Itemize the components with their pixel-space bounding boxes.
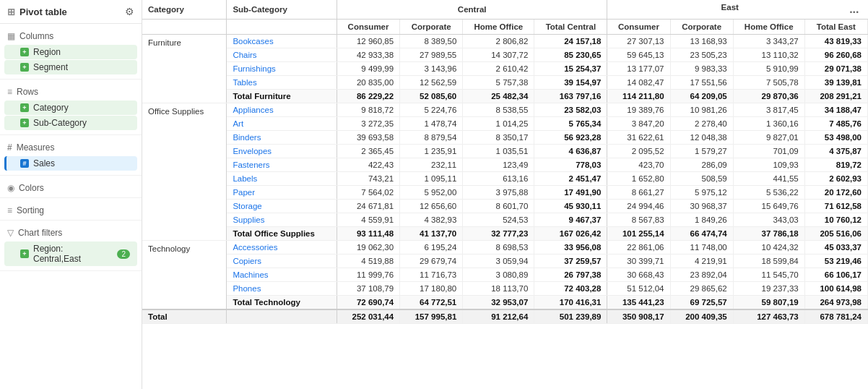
category-cell: Office Supplies	[142, 103, 227, 241]
num-cell: 37 108,79	[337, 282, 399, 296]
subcategory-cell[interactable]: Phones	[227, 282, 337, 296]
table-row: Chairs42 933,3827 989,5514 307,7285 230,…	[142, 48, 868, 62]
sidebar-item-category[interactable]: + Category	[4, 101, 137, 115]
category-icon: +	[20, 103, 29, 112]
num-cell: 8 698,53	[463, 241, 534, 255]
gear-icon[interactable]: ⚙	[125, 6, 134, 17]
num-cell: 9 818,72	[337, 103, 399, 117]
subcategory-cell[interactable]: Envelopes	[227, 145, 337, 158]
total-num-cell: 205 516,06	[804, 227, 867, 241]
num-cell: 39 154,97	[534, 76, 607, 90]
subcategory-cell[interactable]: Binders	[227, 131, 337, 145]
num-cell: 33 956,08	[534, 241, 607, 255]
total-row: Total Office Supplies93 111,4841 137,703…	[142, 227, 868, 241]
grand-total-category: Total	[142, 309, 227, 324]
sub-header-e-corporate: Corporate	[670, 20, 733, 35]
subcategory-cell[interactable]: Paper	[227, 186, 337, 200]
sub-header-c-corporate: Corporate	[400, 20, 463, 35]
chart-filters-section-title[interactable]: ▽ Chart filters	[0, 225, 142, 241]
num-cell: 8 601,70	[463, 200, 534, 213]
num-cell: 23 505,23	[670, 48, 733, 62]
num-cell: 17 551,56	[670, 76, 733, 90]
sidebar-item-chart-filter-region[interactable]: + Region: Central,East 2	[4, 241, 137, 266]
num-cell: 2 806,82	[463, 35, 534, 48]
num-cell: 3 343,27	[733, 35, 804, 48]
sub-header-e-home: Home Office	[733, 20, 804, 35]
num-cell: 56 923,28	[534, 131, 607, 145]
total-label-cell: Total Office Supplies	[227, 227, 337, 241]
num-cell: 45 930,11	[534, 200, 607, 213]
num-cell: 11 999,76	[337, 268, 399, 282]
sidebar-item-sales[interactable]: # Sales	[4, 156, 137, 171]
grand-total-num: 252 031,44	[337, 309, 399, 324]
num-cell: 423,70	[607, 158, 670, 172]
total-num-cell: 25 482,34	[463, 90, 534, 103]
subcategory-cell[interactable]: Accessories	[227, 241, 337, 255]
num-cell: 12 656,60	[400, 200, 463, 213]
subcategory-cell[interactable]: Copiers	[227, 255, 337, 268]
sorting-section-title[interactable]: ≡ Sorting	[0, 202, 142, 218]
total-num-cell: 66 474,74	[670, 227, 733, 241]
subcategory-cell[interactable]: Labels	[227, 172, 337, 186]
sidebar-item-region[interactable]: + Region	[4, 45, 137, 59]
segment-icon: +	[20, 63, 29, 72]
num-cell: 1 652,80	[607, 172, 670, 186]
num-cell: 30 668,43	[607, 268, 670, 282]
more-options-btn[interactable]: ...	[846, 3, 862, 16]
num-cell: 3 059,94	[463, 255, 534, 268]
sidebar-item-segment[interactable]: + Segment	[4, 60, 137, 74]
num-cell: 3 080,89	[463, 268, 534, 282]
subcategory-cell[interactable]: Supplies	[227, 213, 337, 227]
grand-total-num: 157 995,81	[400, 309, 463, 324]
grand-total-num: 501 239,89	[534, 309, 607, 324]
table-row: Labels743,211 095,11613,162 451,471 652,…	[142, 172, 868, 186]
total-row: Total Furniture86 229,2252 085,6025 482,…	[142, 90, 868, 103]
subcategory-cell[interactable]: Furnishings	[227, 62, 337, 76]
num-cell: 3 817,45	[733, 103, 804, 117]
subcategory-cell[interactable]: Bookcases	[227, 35, 337, 48]
num-cell: 27 989,55	[400, 48, 463, 62]
sidebar-title-group: ⊞ Pivot table	[7, 7, 67, 17]
sales-icon: #	[20, 159, 29, 168]
sidebar-item-subcategory[interactable]: + Sub-Category	[4, 116, 137, 130]
total-row: Total Technology72 690,7464 772,5132 953…	[142, 296, 868, 310]
num-cell: 29 071,38	[804, 62, 867, 76]
num-cell: 6 195,24	[400, 241, 463, 255]
colors-section-title[interactable]: ◉ Colors	[0, 180, 142, 196]
num-cell: 7 505,78	[733, 76, 804, 90]
num-cell: 12 562,59	[400, 76, 463, 90]
num-cell: 20 835,00	[337, 76, 399, 90]
num-cell: 10 981,26	[670, 103, 733, 117]
num-cell: 508,59	[670, 172, 733, 186]
num-cell: 7 564,02	[337, 186, 399, 200]
num-cell: 9 467,37	[534, 213, 607, 227]
sub-header-e-total: Total East	[804, 20, 867, 35]
table-row: FurnitureBookcases12 960,858 389,502 806…	[142, 35, 868, 48]
subcategory-cell[interactable]: Art	[227, 117, 337, 131]
category-cell: Furniture	[142, 35, 227, 103]
grand-total-num: 200 409,35	[670, 309, 733, 324]
num-cell: 5 224,76	[400, 103, 463, 117]
table-row: Fasteners422,43232,11123,49778,03423,702…	[142, 158, 868, 172]
sub-header-c-consumer: Consumer	[337, 20, 399, 35]
num-cell: 30 399,71	[607, 255, 670, 268]
num-cell: 4 382,93	[400, 213, 463, 227]
subcategory-cell[interactable]: Fasteners	[227, 158, 337, 172]
num-cell: 1 849,26	[670, 213, 733, 227]
sub-header-c-total: Total Central	[534, 20, 607, 35]
subcategory-cell[interactable]: Tables	[227, 76, 337, 90]
num-cell: 3 272,35	[337, 117, 399, 131]
subcategory-cell[interactable]: Appliances	[227, 103, 337, 117]
num-cell: 18 599,84	[733, 255, 804, 268]
num-cell: 43 819,33	[804, 35, 867, 48]
chart-filter-badge: 2	[117, 249, 130, 259]
subcategory-cell[interactable]: Chairs	[227, 48, 337, 62]
subcategory-cell[interactable]: Storage	[227, 200, 337, 213]
num-cell: 778,03	[534, 158, 607, 172]
num-cell: 34 188,47	[804, 103, 867, 117]
subcategory-cell[interactable]: Machines	[227, 268, 337, 282]
num-cell: 613,16	[463, 172, 534, 186]
num-cell: 22 861,06	[607, 241, 670, 255]
num-cell: 14 307,72	[463, 48, 534, 62]
total-label-cell: Total Technology	[227, 296, 337, 310]
